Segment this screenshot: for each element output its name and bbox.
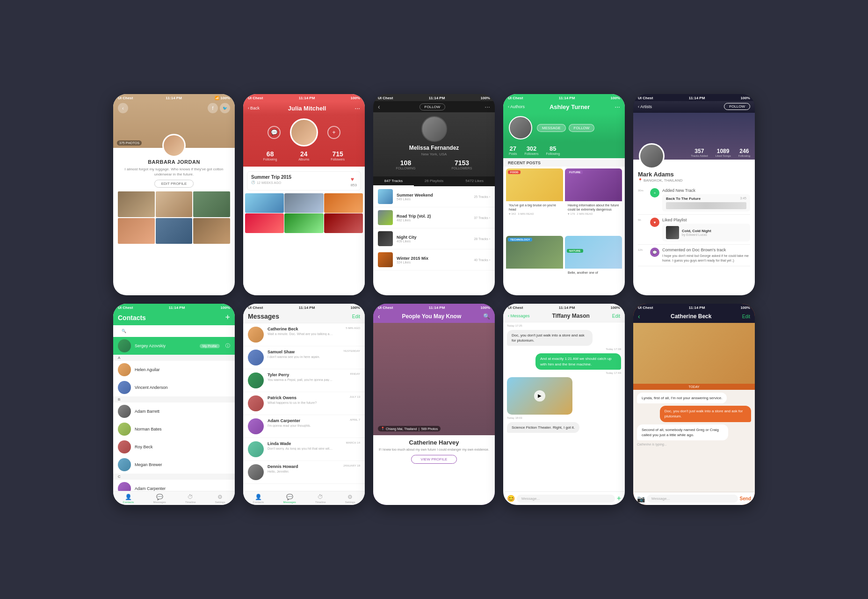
msg-samuel[interactable]: Samuel Shaw YESTERDAY I don't wanna see … [243,346,365,369]
back-btn-3[interactable]: ‹ [378,103,380,110]
view-profile-btn[interactable]: VIEW PROFILE [411,455,457,464]
avatar-vincent [118,381,131,394]
message-input-10[interactable]: Message... [647,495,738,503]
tab-contacts-7[interactable]: 👤 Contacts [253,494,264,504]
tab-settings-6[interactable]: ⚙ Settings [215,494,225,504]
status-bar-10: UI Chest 11:14 PM 100% [633,304,755,311]
contact-adam-b[interactable]: Adam Barrett [113,402,235,420]
facebook-btn-1[interactable]: f [208,103,218,113]
tab-likes[interactable]: 5472 Likes [454,176,495,186]
play-btn[interactable]: ▶ [534,390,545,402]
music-item-3[interactable]: Night City 409 Likes 28 Tracks › [373,228,495,249]
message-input-9[interactable]: Message... [517,495,615,503]
search-btn-8[interactable]: 🔍 [483,313,490,320]
cb-title: Catherine Beck [671,313,711,320]
add-btn-9[interactable]: + [617,494,621,503]
ap4 [245,213,284,233]
stats-3: 108 FOLLOWING 7153 FOLLOWERS [373,156,495,173]
contact-adam-c[interactable]: Adam Carpenter [113,480,235,491]
msg-tyler[interactable]: Tyler Perry FRIDAY You wanna a Pepsi, pa… [243,369,365,392]
p5-profile: 357 Tracks Added 1089 Liked Songs 246 Fo… [633,113,755,160]
phone-tiffany-mason: UI Chest 11:14 PM 100% ‹ Messages Tiffan… [503,304,625,505]
add-dot: + [650,188,659,197]
contact-name-roy: Roy Beck [135,445,230,449]
add-btn-2[interactable]: + [327,126,340,139]
tab-settings-7[interactable]: ⚙ Settings [345,494,355,504]
music-item-1[interactable]: Summer Weekend 549 Likes 25 Tracks › [373,186,495,207]
tab-timeline-6[interactable]: ⏱ Timeline [185,494,195,504]
message-btn-4[interactable]: MESSAGE [537,124,566,132]
msg-linda[interactable]: Linda Wade MARCH 14 Don't worry. As long… [243,438,365,461]
send-btn-10[interactable]: Send [740,496,751,501]
back-btn-4[interactable]: ‹ Authors [508,104,525,109]
back-btn-9[interactable]: ‹ Messages [508,314,530,318]
search-bar-6[interactable]: 🔍 Search [117,327,231,335]
location-pin-icon: 📍 [381,427,385,431]
back-btn-10[interactable]: ‹ [638,313,640,320]
phone-pymk: UI Chest 11:14 PM 100% ‹ People You May … [373,304,495,505]
post-tech[interactable]: TECHNOLOGY [506,236,563,293]
contact-vincent[interactable]: Vincent Anderson [113,379,235,396]
msg-dennis[interactable]: Dennis Howard JANUARY 18 Hello, Jennifer… [243,461,365,484]
post-future[interactable]: FUTURE Having information about the futu… [565,168,622,234]
contact-name-sergey: Sergey Azovskiy [135,343,196,348]
avatar-sergey [118,339,131,352]
more-btn-3[interactable]: ··· [485,103,490,110]
msg-catherine-b[interactable]: Catherine Beck 5 MIN AGO Wait a minute. … [243,323,365,346]
more-btn-4[interactable]: ··· [615,103,620,110]
message-btn-2[interactable]: 💬 [268,126,281,139]
edit-btn-7[interactable]: Edit [352,314,360,319]
status-batt-2: 100% [351,96,360,100]
info-icon-sergey: ⓘ [225,343,230,349]
album-card-2: Summer Trip 2015 🕐 12 WEEKS AGO ♥ 853 [247,171,361,190]
camera-btn-10[interactable]: 📷 [637,495,645,503]
back-btn-1[interactable]: ‹ [118,103,128,113]
artists-bg: 357 Tracks Added 1089 Liked Songs 246 Fo… [633,113,755,160]
status-time-1: 11:14 PM [166,96,182,100]
music-item-4[interactable]: Winter 2015 Mix 324 Likes 40 Tracks › [373,249,495,270]
chat-title-9: Tiffany Mason [552,313,589,319]
edit-btn-9[interactable]: Edit [612,314,620,319]
artists-loc: 📍 BANGKOK, THAILAND [638,178,750,183]
edit-btn-10[interactable]: Edit [742,314,750,319]
avatar-samuel [248,350,264,365]
contacts-title: Contacts [118,314,146,321]
follow-btn-4[interactable]: FOLLOW [569,124,595,132]
more-btn-2[interactable]: ··· [354,104,360,112]
posts-grid-4: FOOD You've got a big bruise on you're h… [503,167,625,295]
back-btn-2[interactable]: ‹ Back [248,106,260,110]
photo-count: 📍 Chiang Mai, Thailand | 589 Photos [378,426,441,431]
follow-btn-3[interactable]: FOLLOW [420,103,446,110]
contact-roy[interactable]: Roy Beck [113,438,235,456]
tab-contacts-6[interactable]: 👤 Contacts [123,494,134,504]
msg-patrick[interactable]: Patrick Owens JULY 13 What happens to us… [243,392,365,415]
profile-header-1: ‹ 🐦 f 375 PHOTOS [113,101,235,148]
tab-tracks[interactable]: 847 Tracks [373,176,414,186]
msg-adam-c[interactable]: Adam Carpenter APRIL 7 I'm gonna read yo… [243,415,365,438]
post-food[interactable]: FOOD You've got a big bruise on you're h… [506,168,563,234]
pymk-title: People You May Know [380,313,483,320]
tab-messages-7[interactable]: 💬 Messages [283,494,296,504]
add-contact-btn[interactable]: + [225,313,230,322]
edit-profile-btn[interactable]: EDIT PROFILE [154,180,194,188]
contact-norman[interactable]: Norman Bates [113,420,235,438]
following-stat-4: 85 Following [546,145,560,155]
back-btn-5[interactable]: ‹ Artists [638,104,652,109]
follow-btn-5[interactable]: FOLLOW [724,103,750,110]
contact-helen[interactable]: Helen Aguilar [113,361,235,379]
contact-name-helen: Helen Aguilar [135,367,230,372]
tab-messages-6[interactable]: 💬 Messages [153,494,166,504]
emoji-btn-9[interactable]: 😊 [507,495,515,502]
avatar-adam-b [118,405,131,418]
twitter-btn-1[interactable]: 🐦 [220,103,230,113]
contact-megan[interactable]: Megan Brewer [113,456,235,474]
avatar-row-2: 💬 + [268,118,340,146]
location-3: New York, USA [421,152,447,156]
p2-body: Summer Trip 2015 🕐 12 WEEKS AGO ♥ 853 [243,167,365,295]
tab-playlists[interactable]: 26 Playlists [414,176,455,186]
tab-timeline-7[interactable]: ⏱ Timeline [315,494,326,504]
music-item-2[interactable]: Road Trip (Vol. 2) 482 Likes 37 Tracks › [373,207,495,228]
p9-header: ‹ Messages Tiffany Mason Edit [503,311,625,322]
contact-mine[interactable]: Sergey Azovskiy My Profile ⓘ [113,337,235,355]
post-nature[interactable]: NATURE Belle, another one of [565,236,622,293]
